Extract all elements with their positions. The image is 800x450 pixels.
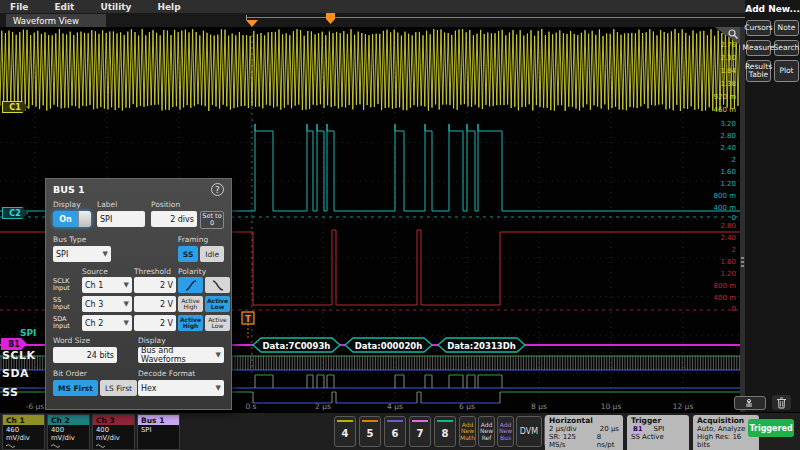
ss-input-label: SS Input bbox=[53, 297, 80, 311]
sda-input-label: SDA Input bbox=[53, 316, 80, 330]
ch8-color-stripe bbox=[437, 420, 453, 422]
set-to-zero-button[interactable]: Set to 0 bbox=[200, 211, 224, 229]
position-bar-left-cap bbox=[246, 15, 247, 20]
acquisition-title: Acquisition bbox=[697, 416, 755, 425]
ch6-add-button[interactable]: 6 bbox=[384, 416, 406, 447]
polarity-column-header: Polarity bbox=[178, 267, 230, 276]
ch3-badge[interactable]: Ch 3 400 mV/div 50 MHz bbox=[92, 414, 135, 450]
svg-text:920 m: 920 m bbox=[714, 93, 737, 101]
bus-type-select[interactable]: SPI ▼ bbox=[53, 246, 111, 262]
menu-edit[interactable]: Edit bbox=[54, 2, 74, 12]
position-label: Position bbox=[151, 200, 224, 209]
display-mode-select[interactable]: Bus and Waveforms ▼ bbox=[138, 347, 224, 363]
svg-text:2.40: 2.40 bbox=[720, 144, 736, 152]
measure-button[interactable]: Measure bbox=[746, 40, 771, 56]
touch-mode-button[interactable] bbox=[734, 396, 766, 410]
ch3-scale: 400 mV/div bbox=[93, 425, 134, 442]
ch8-number: 8 bbox=[442, 428, 449, 439]
sda-threshold-input[interactable] bbox=[134, 315, 176, 331]
menu-help[interactable]: Help bbox=[157, 2, 180, 12]
tab-bar: Waveform View bbox=[0, 14, 745, 27]
ch2-scale: 400 mV/div bbox=[48, 425, 89, 442]
bus1-badge[interactable]: Bus 1 SPI bbox=[137, 414, 180, 450]
sda-active-high-button[interactable]: Active High bbox=[178, 315, 203, 331]
rising-edge-icon bbox=[184, 279, 198, 292]
horizontal-window: 20 μs bbox=[600, 425, 619, 433]
menu-file[interactable]: File bbox=[10, 2, 28, 12]
ms-first-button[interactable]: MS First bbox=[53, 380, 98, 396]
zoom-corner-button[interactable] bbox=[710, 27, 740, 45]
add-new-title: Add New... bbox=[745, 4, 800, 14]
ch3-badge-label: Ch 3 bbox=[96, 416, 115, 425]
ss-source-select[interactable]: Ch 3 ▼ bbox=[82, 296, 132, 312]
cursors-button[interactable]: Cursors bbox=[746, 20, 771, 36]
add-new-math-button[interactable]: Add New Math bbox=[459, 416, 476, 447]
ch7-add-button[interactable]: 7 bbox=[409, 416, 431, 447]
results-table-button[interactable]: Results Table bbox=[746, 60, 771, 82]
svg-text:1.38: 1.38 bbox=[720, 80, 736, 88]
sda-source-value: Ch 2 bbox=[85, 319, 103, 328]
ch8-add-button[interactable]: 8 bbox=[434, 416, 456, 447]
ch6-color-stripe bbox=[387, 420, 403, 422]
ss-source-value: Ch 3 bbox=[85, 300, 103, 309]
svg-text:460 m: 460 m bbox=[714, 106, 737, 114]
menu-utility[interactable]: Utility bbox=[100, 2, 131, 12]
dvm-button[interactable]: DVM bbox=[516, 416, 542, 447]
horizontal-scale: 2 μs/div bbox=[549, 425, 577, 433]
ch2-badge[interactable]: Ch 2 400 mV/div 50 MHz bbox=[47, 414, 90, 450]
svg-text:Data:000020h: Data:000020h bbox=[355, 341, 423, 351]
plot-button[interactable]: Plot bbox=[774, 60, 799, 82]
ch1-badge[interactable]: Ch 1 460 mV/div 50 MHz bbox=[2, 414, 45, 450]
sclk-threshold-input[interactable] bbox=[134, 277, 176, 293]
word-size-input[interactable] bbox=[53, 347, 117, 363]
ch4-number: 4 bbox=[342, 428, 349, 439]
display-toggle[interactable]: On bbox=[53, 211, 91, 227]
coupling-icon bbox=[51, 443, 60, 449]
rising-edge-button[interactable] bbox=[178, 277, 203, 293]
position-input[interactable] bbox=[151, 211, 197, 227]
svg-text:2.80: 2.80 bbox=[720, 222, 736, 230]
add-new-bus-button[interactable]: Add New Bus bbox=[497, 416, 514, 447]
trash-button[interactable] bbox=[772, 395, 791, 410]
ch2-badge-label: Ch 2 bbox=[51, 416, 70, 425]
horizontal-position-bar[interactable] bbox=[246, 17, 767, 18]
menu-bar: File Edit Utility Help bbox=[0, 0, 800, 14]
search-button[interactable]: Search bbox=[774, 40, 799, 56]
horizontal-panel[interactable]: Horizontal 2 μs/div 20 μs SR: 125 MS/s 8… bbox=[545, 415, 623, 450]
trigger-panel[interactable]: Trigger B1 SPI SS Active bbox=[627, 415, 689, 450]
help-icon[interactable]: ? bbox=[211, 183, 224, 196]
display-mode-label: Display bbox=[138, 336, 224, 345]
sda-source-select[interactable]: Ch 2 ▼ bbox=[82, 315, 132, 331]
svg-text:1.84: 1.84 bbox=[720, 67, 736, 75]
ss-active-low-button[interactable]: Active Low bbox=[205, 296, 230, 312]
chevron-down-icon: ▼ bbox=[216, 384, 221, 392]
falling-edge-button[interactable] bbox=[205, 277, 230, 293]
svg-text:1.60: 1.60 bbox=[720, 258, 736, 266]
framing-ss-button[interactable]: SS bbox=[178, 246, 198, 262]
ss-threshold-input[interactable] bbox=[134, 296, 176, 312]
sda-active-low-button[interactable]: Active Low bbox=[205, 315, 230, 331]
note-button[interactable]: Note bbox=[774, 20, 799, 36]
decode-format-label: Decode Format bbox=[138, 369, 224, 378]
coupling-icon bbox=[6, 443, 15, 449]
ls-first-button[interactable]: LS First bbox=[100, 380, 137, 396]
bus-label-input[interactable] bbox=[97, 211, 145, 227]
ch4-add-button[interactable]: 4 bbox=[334, 416, 356, 447]
decode-format-select[interactable]: Hex ▼ bbox=[138, 380, 224, 396]
framing-idle-button[interactable]: Idle bbox=[200, 246, 224, 262]
ss-active-high-button[interactable]: Active High bbox=[178, 296, 203, 312]
svg-text:2.40: 2.40 bbox=[720, 234, 736, 242]
svg-text:T: T bbox=[245, 315, 251, 324]
sclk-source-select[interactable]: Ch 1 ▼ bbox=[82, 277, 132, 293]
svg-text:-6 μs: -6 μs bbox=[26, 402, 45, 411]
svg-text:2.30: 2.30 bbox=[720, 54, 736, 62]
svg-text:6 μs: 6 μs bbox=[459, 402, 475, 411]
tab-waveform-view[interactable]: Waveform View bbox=[6, 14, 106, 27]
add-new-ref-button[interactable]: Add New Ref bbox=[478, 416, 495, 447]
sidebar: Add New... Cursors Note Measure Search R… bbox=[745, 0, 800, 412]
sample-rate: SR: 125 MS/s bbox=[549, 433, 591, 449]
threshold-column-header: Threshold bbox=[134, 267, 176, 276]
ch5-add-button[interactable]: 5 bbox=[359, 416, 381, 447]
acquisition-detail: High Res: 16 bits bbox=[697, 433, 755, 449]
svg-text:3.20: 3.20 bbox=[720, 120, 736, 128]
